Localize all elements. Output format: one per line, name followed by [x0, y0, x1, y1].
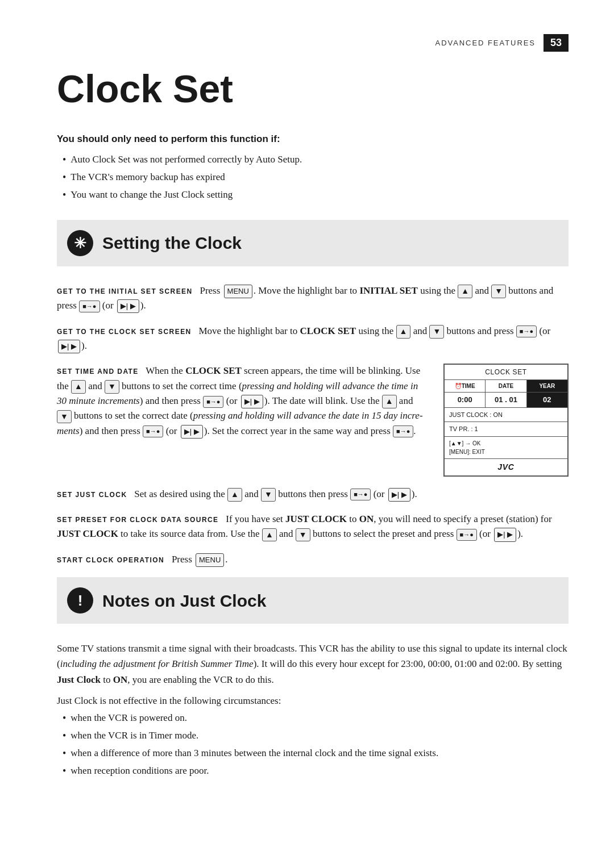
ff-button-icon5: ▶| ▶	[388, 488, 410, 502]
list-item: You want to change the Just Clock settin…	[63, 187, 569, 203]
clock-nav-hint: [▲▼] → OK [MENU]: EXIT	[445, 437, 567, 459]
list-item: The VCR's memory backup has expired	[63, 170, 569, 185]
step5-label: SET PRESET FOR CLOCK DATA SOURCE	[57, 516, 219, 524]
asterisk-icon: ✳	[74, 236, 86, 251]
menu-button-icon2: MENU	[196, 553, 224, 567]
ff-button-icon3: ▶| ▶	[241, 395, 263, 408]
ff-button-icon: ▶| ▶	[117, 299, 139, 313]
clock-year-label: YEAR	[530, 382, 564, 390]
clock-time-val-text: 0:00	[448, 394, 482, 406]
ff-button-icon2: ▶| ▶	[58, 340, 80, 353]
clock-tv-pr: TV PR. : 1	[445, 422, 567, 437]
list-item: when the VCR is in Timer mode.	[63, 728, 569, 744]
ok-button-icon7: ■→●	[457, 529, 477, 541]
step-time-date-text: SET TIME AND DATE When the CLOCK SET scr…	[57, 364, 430, 439]
list-item: Auto Clock Set was not performed correct…	[63, 152, 569, 168]
clock-display-header-row: ⏰TIME DATE YEAR	[445, 380, 567, 393]
clock-col-date-header: DATE	[486, 380, 526, 392]
ok-button-icon: ■→●	[79, 301, 99, 312]
clock-date-value: 01 . 01	[486, 393, 526, 407]
step-time-date-content: SET TIME AND DATE When the CLOCK SET scr…	[57, 364, 569, 477]
intro-heading: You should only need to perform this fun…	[57, 132, 569, 147]
clock-col-time-header: ⏰TIME	[445, 380, 486, 392]
section1-icon: ✳	[67, 230, 93, 256]
down-arrow-icon: ▼	[491, 285, 506, 298]
notes-bullet-list: when the VCR is powered on. when the VCR…	[57, 711, 569, 779]
down-arrow-icon2: ▼	[429, 325, 444, 339]
section2-icon: !	[67, 587, 93, 614]
time-icon: ⏰	[455, 383, 462, 389]
intro-section: You should only need to perform this fun…	[57, 132, 569, 203]
clock-brand: JVC	[445, 459, 567, 475]
clock-display-title: CLOCK SET	[445, 365, 567, 380]
ok-button-icon3: ■→●	[203, 396, 223, 408]
down-arrow-icon6: ▼	[296, 528, 310, 542]
step1-label: GET TO THE INITIAL SET SCREEN	[57, 287, 193, 295]
step-preset: SET PRESET FOR CLOCK DATA SOURCE If you …	[57, 512, 569, 542]
clock-time-label: ⏰TIME	[448, 382, 482, 390]
down-arrow-icon4: ▼	[57, 410, 72, 424]
clock-just-clock: JUST CLOCK : ON	[445, 408, 567, 423]
list-item: when a difference of more than 3 minutes…	[63, 746, 569, 761]
setting-clock-section-box: ✳ Setting the Clock	[57, 220, 569, 266]
ok-button-icon4: ■→●	[143, 425, 163, 437]
notes-section-box: ! Notes on Just Clock	[57, 577, 569, 624]
intro-bullet-list: Auto Clock Set was not performed correct…	[57, 152, 569, 203]
clock-col-year-header: YEAR	[527, 380, 567, 392]
down-arrow-icon3: ▼	[105, 380, 119, 394]
clock-menu-hint: [MENU]: EXIT	[449, 448, 563, 456]
step4-label: SET JUST CLOCK	[57, 491, 127, 499]
ok-button-icon5: ■→●	[393, 425, 413, 437]
clock-date-val-text: 01 . 01	[489, 394, 522, 406]
step3-label: SET TIME AND DATE	[57, 368, 139, 375]
up-arrow-icon2: ▲	[396, 325, 411, 339]
up-arrow-icon6: ▲	[262, 528, 277, 542]
clock-display-value-row: 0:00 01 . 01 02	[445, 393, 567, 408]
clock-time-value: 0:00	[445, 393, 486, 407]
page: ADVANCED FEATURES 53 Clock Set You shoul…	[0, 0, 614, 868]
list-item: when the VCR is powered on.	[63, 711, 569, 726]
step-initial-set: GET TO THE INITIAL SET SCREEN Press MENU…	[57, 283, 569, 314]
up-arrow-icon: ▲	[458, 285, 472, 298]
clock-display-panel: CLOCK SET ⏰TIME DATE YEAR 0:00	[443, 364, 569, 477]
step-clock-set: GET TO THE CLOCK SET SCREEN Move the hig…	[57, 324, 569, 354]
notes-section: Some TV stations transmit a time signal …	[57, 641, 569, 779]
up-arrow-icon3: ▲	[71, 380, 86, 394]
clock-year-value: 02	[527, 393, 567, 407]
notes-sub-intro: Just Clock is not effective in the follo…	[57, 693, 569, 708]
step2-label: GET TO THE CLOCK SET SCREEN	[57, 328, 192, 336]
page-title: Clock Set	[57, 69, 569, 109]
header-bar: ADVANCED FEATURES 53	[57, 34, 569, 52]
clock-year-val-text: 02	[530, 394, 564, 406]
section2-title: Notes on Just Clock	[102, 588, 266, 614]
notes-intro: Some TV stations transmit a time signal …	[57, 641, 569, 687]
section-label: ADVANCED FEATURES	[435, 37, 536, 49]
clock-nav-text: [▲▼] → OK	[449, 439, 563, 448]
exclamation-icon: !	[78, 593, 83, 608]
step6-label: START CLOCK OPERATION	[57, 556, 164, 564]
down-arrow-icon5: ▼	[261, 488, 276, 502]
up-arrow-icon5: ▲	[227, 488, 242, 502]
ok-button-icon2: ■→●	[516, 326, 537, 337]
menu-button-icon: MENU	[224, 285, 252, 298]
section1-title: Setting the Clock	[102, 230, 242, 256]
ff-button-icon4: ▶| ▶	[181, 425, 203, 439]
page-number: 53	[544, 34, 569, 52]
step-start-clock: START CLOCK OPERATION Press MENU.	[57, 552, 569, 567]
ff-button-icon6: ▶| ▶	[494, 528, 516, 541]
list-item: when reception conditions are poor.	[63, 763, 569, 779]
up-arrow-icon4: ▲	[382, 395, 397, 408]
step-just-clock: SET JUST CLOCK Set as desired using the …	[57, 487, 569, 502]
clock-date-label: DATE	[489, 382, 522, 390]
ok-button-icon6: ■→●	[350, 489, 371, 500]
header-right: ADVANCED FEATURES 53	[435, 34, 569, 52]
